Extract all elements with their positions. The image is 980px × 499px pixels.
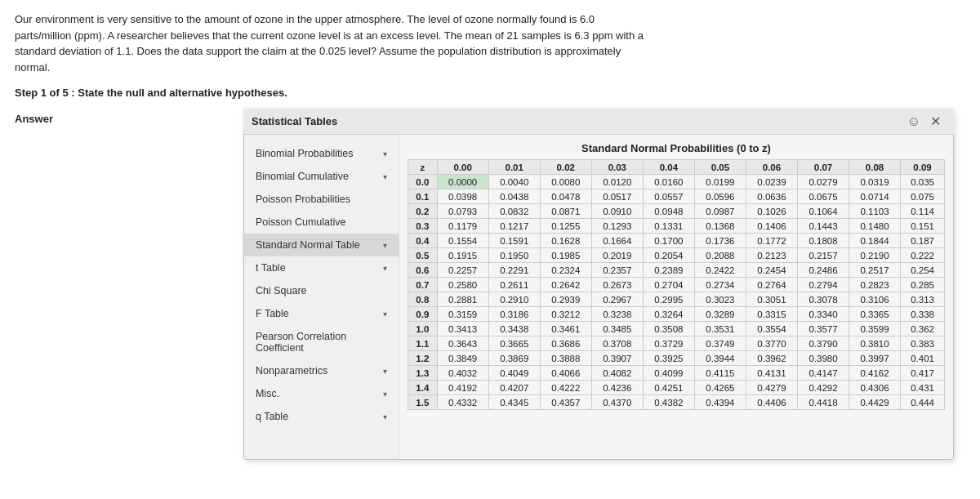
col-header-2: 0.01 bbox=[488, 160, 540, 175]
table-cell: 0.3599 bbox=[849, 322, 901, 336]
table-cell: 0.2123 bbox=[746, 248, 797, 263]
table-cell: 0.3531 bbox=[694, 322, 746, 336]
sidebar-item-poisson-prob[interactable]: Poisson Probabilities bbox=[244, 188, 399, 211]
table-cell: 0.2611 bbox=[488, 278, 540, 292]
z-value: 1.5 bbox=[408, 395, 438, 410]
sidebar-item-standard-normal[interactable]: Standard Normal Table▾ bbox=[244, 234, 399, 256]
sidebar-item-label: Poisson Probabilities bbox=[256, 194, 350, 205]
sidebar-item-label: F Table bbox=[256, 308, 289, 319]
sidebar-item-poisson-cum[interactable]: Poisson Cumulative bbox=[244, 211, 399, 234]
header-icons: ☺ ✕ bbox=[907, 114, 946, 129]
table-cell: 0.2088 bbox=[694, 248, 746, 263]
chevron-down-icon: ▾ bbox=[383, 310, 387, 319]
refresh-icon[interactable]: ☺ bbox=[907, 114, 920, 129]
table-cell: 0.0517 bbox=[591, 189, 643, 204]
z-value: 1.0 bbox=[408, 322, 438, 336]
close-icon[interactable]: ✕ bbox=[930, 114, 941, 129]
table-cell: 0.0239 bbox=[746, 175, 797, 189]
table-cell: 0.1772 bbox=[746, 234, 797, 248]
table-cell: 0.3023 bbox=[694, 292, 746, 307]
table-cell: 0.0596 bbox=[694, 189, 746, 204]
table-row: 0.30.11790.12170.12550.12930.13310.13680… bbox=[408, 219, 945, 234]
chevron-down-icon: ▾ bbox=[383, 241, 387, 250]
table-cell: 0.4382 bbox=[643, 395, 694, 410]
chevron-down-icon: ▾ bbox=[383, 367, 387, 376]
table-cell: 0.4306 bbox=[849, 381, 901, 395]
table-cell: 0.2794 bbox=[797, 278, 849, 292]
table-cell: 0.3962 bbox=[746, 351, 797, 366]
table-row: 1.40.41920.42070.42220.42360.42510.42650… bbox=[408, 381, 945, 395]
table-cell: 0.1406 bbox=[746, 219, 797, 234]
table-cell: 0.0398 bbox=[437, 189, 488, 204]
answer-label: Answer bbox=[15, 109, 80, 460]
col-header-8: 0.07 bbox=[797, 160, 849, 175]
sidebar-item-label: Binomial Probabilities bbox=[256, 148, 354, 159]
sidebar-item-label: Binomial Cumulative bbox=[256, 171, 349, 182]
table-cell: 0.3925 bbox=[643, 351, 694, 366]
table-cell: 0.1700 bbox=[643, 234, 694, 248]
table-cell: 0.2486 bbox=[797, 263, 849, 278]
z-value: 0.2 bbox=[408, 204, 438, 219]
table-cell: 0.417 bbox=[901, 366, 945, 381]
sidebar-menu: Binomial Probabilities▾Binomial Cumulati… bbox=[244, 136, 399, 459]
col-header-6: 0.05 bbox=[694, 160, 746, 175]
table-title: Standard Normal Probabilities (0 to z) bbox=[408, 142, 945, 154]
table-cell: 0.0279 bbox=[797, 175, 849, 189]
z-value: 0.1 bbox=[408, 189, 438, 204]
table-cell: 0.1103 bbox=[849, 204, 901, 219]
sidebar-item-binomial-prob[interactable]: Binomial Probabilities▾ bbox=[244, 142, 399, 165]
table-row: 0.50.19150.19500.19850.20190.20540.20880… bbox=[408, 248, 945, 263]
table-cell: 0.3212 bbox=[540, 307, 591, 322]
table-cell: 0.2324 bbox=[540, 263, 591, 278]
table-cell: 0.3078 bbox=[797, 292, 849, 307]
table-cell: 0.0438 bbox=[488, 189, 540, 204]
table-cell: 0.2517 bbox=[849, 263, 901, 278]
sidebar-item-nonparametrics[interactable]: Nonparametrics▾ bbox=[244, 359, 399, 382]
table-cell: 0.4345 bbox=[488, 395, 540, 410]
sidebar-item-label: Poisson Cumulative bbox=[256, 216, 345, 228]
table-cell: 0.0675 bbox=[797, 189, 849, 204]
table-cell: 0.2157 bbox=[797, 248, 849, 263]
table-row: 0.90.31590.31860.32120.32380.32640.32890… bbox=[408, 307, 945, 322]
table-cell: 0.3888 bbox=[540, 351, 591, 366]
table-cell: 0.3159 bbox=[437, 307, 488, 322]
sidebar-item-pearson[interactable]: Pearson Correlation Coefficient bbox=[244, 325, 399, 359]
z-value: 0.3 bbox=[408, 219, 438, 234]
sidebar-item-f-table[interactable]: F Table▾ bbox=[244, 302, 399, 325]
chevron-down-icon: ▾ bbox=[383, 412, 387, 421]
table-cell: 0.2642 bbox=[540, 278, 591, 292]
col-header-1: 0.00 bbox=[437, 160, 488, 175]
modal-box: Statistical Tables ☺ ✕ Binomial Probabil… bbox=[243, 109, 954, 460]
table-cell: 0.0793 bbox=[437, 204, 488, 219]
table-cell: 0.4115 bbox=[694, 366, 746, 381]
table-cell: 0.401 bbox=[901, 351, 945, 366]
z-value: 0.0 bbox=[408, 175, 438, 189]
sidebar-item-t-table[interactable]: t Table▾ bbox=[244, 256, 399, 279]
table-cell: 0.1064 bbox=[797, 204, 849, 219]
table-cell: 0.2764 bbox=[746, 278, 797, 292]
sidebar-item-misc[interactable]: Misc.▾ bbox=[244, 382, 399, 405]
table-cell: 0.4222 bbox=[540, 381, 591, 395]
z-value: 0.5 bbox=[408, 248, 438, 263]
sidebar-item-q-table[interactable]: q Table▾ bbox=[244, 405, 399, 428]
table-cell: 0.0478 bbox=[540, 189, 591, 204]
sidebar-item-chi-square[interactable]: Chi Square bbox=[244, 279, 399, 302]
table-cell: 0.3810 bbox=[849, 336, 901, 351]
table-cell: 0.285 bbox=[901, 278, 945, 292]
table-cell: 0.4032 bbox=[437, 366, 488, 381]
col-header-0: z bbox=[408, 160, 438, 175]
table-cell: 0.4192 bbox=[437, 381, 488, 395]
table-cell: 0.1808 bbox=[797, 234, 849, 248]
table-cell: 0.2454 bbox=[746, 263, 797, 278]
modal-inner: Binomial Probabilities▾Binomial Cumulati… bbox=[244, 136, 953, 459]
table-cell: 0.3686 bbox=[540, 336, 591, 351]
table-cell: 0.114 bbox=[901, 204, 945, 219]
table-cell: 0.4429 bbox=[849, 395, 901, 410]
table-cell: 0.4251 bbox=[643, 381, 694, 395]
z-value: 0.9 bbox=[408, 307, 438, 322]
sidebar-item-label: q Table bbox=[256, 411, 288, 422]
table-cell: 0.4131 bbox=[746, 366, 797, 381]
table-cell: 0.3238 bbox=[591, 307, 643, 322]
table-cell: 0.0319 bbox=[849, 175, 901, 189]
sidebar-item-binomial-cum[interactable]: Binomial Cumulative▾ bbox=[244, 165, 399, 188]
